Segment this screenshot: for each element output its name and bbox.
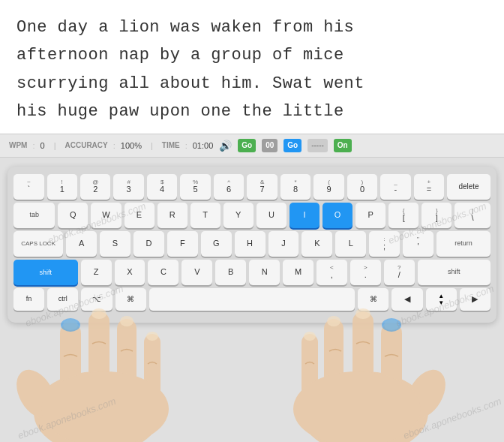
- key-5[interactable]: %5: [180, 174, 210, 200]
- key-bracket-open[interactable]: {[: [388, 203, 418, 228]
- key-2[interactable]: @2: [80, 174, 110, 200]
- key-a[interactable]: A: [66, 231, 97, 257]
- toggle-option3[interactable]: Go: [284, 139, 302, 152]
- key-row-asdf: CAPS LOCK A S D F G H J K L :; "' return: [14, 231, 490, 257]
- key-ctrl[interactable]: ctrl: [47, 288, 78, 311]
- key-space[interactable]: [149, 288, 356, 311]
- key-p[interactable]: P: [356, 203, 386, 228]
- key-s[interactable]: S: [100, 231, 130, 257]
- toggle-sound[interactable]: Go: [238, 139, 256, 152]
- svg-rect-17: [381, 323, 402, 398]
- key-l[interactable]: L: [335, 231, 366, 257]
- key-row-space: fn ctrl ⌥ ⌘ ⌘ ◀ ▲ ▼ ▶: [14, 288, 490, 311]
- key-backslash[interactable]: |\: [454, 203, 490, 228]
- key-semicolon[interactable]: :;: [369, 231, 400, 257]
- svg-point-6: [41, 371, 169, 442]
- stats-bar: WPM : 0 | ACCURACY : 100% | Time : 01:00…: [0, 134, 504, 158]
- key-alt[interactable]: ⌥: [81, 288, 112, 311]
- svg-point-13: [398, 362, 453, 425]
- typing-text: One day a lion was waken from his aftern…: [16, 14, 488, 126]
- key-7[interactable]: &7: [247, 174, 277, 200]
- key-arrow-up-down[interactable]: ▲ ▼: [426, 288, 457, 311]
- key-minus[interactable]: _-: [380, 174, 410, 200]
- key-quote[interactable]: "': [403, 231, 434, 257]
- watermark-5: ebook.aponebooks.com: [16, 395, 118, 440]
- svg-point-1: [8, 362, 63, 425]
- key-bracket-close[interactable]: }]: [422, 203, 452, 228]
- keyboard-container: ebook.aponebooks.com ebook.aponebooks.co…: [0, 158, 504, 442]
- accuracy-label: ACCURACY: [65, 141, 108, 149]
- key-shift-right[interactable]: shift: [418, 260, 490, 285]
- key-enter[interactable]: return: [436, 231, 490, 257]
- key-fn[interactable]: fn: [14, 288, 44, 311]
- key-slash[interactable]: ?/: [384, 260, 415, 285]
- key-1[interactable]: !1: [47, 174, 77, 200]
- key-cmd-right[interactable]: ⌘: [358, 288, 388, 311]
- text-line-4: his huge paw upon one the little: [16, 98, 488, 125]
- time-value: 01:00: [193, 141, 214, 150]
- key-3[interactable]: #3: [113, 174, 143, 200]
- accuracy-stat: ACCURACY : 100%: [65, 141, 142, 150]
- key-z[interactable]: Z: [81, 260, 112, 285]
- key-tab[interactable]: tab: [14, 203, 55, 228]
- key-b[interactable]: B: [215, 260, 246, 285]
- key-arrow-left[interactable]: ◀: [392, 288, 422, 311]
- typing-area: One day a lion was waken from his aftern…: [0, 0, 504, 134]
- key-q[interactable]: Q: [58, 203, 88, 228]
- text-line-3: scurrying all about him. Swat went: [16, 70, 488, 98]
- svg-point-19: [304, 332, 316, 341]
- key-capslock[interactable]: CAPS LOCK: [14, 231, 63, 257]
- watermark-6: ebook.aponebooks.com: [402, 395, 503, 440]
- key-8[interactable]: *8: [280, 174, 310, 200]
- svg-point-18: [293, 371, 421, 442]
- key-backspace[interactable]: delete: [447, 174, 490, 200]
- text-line-2: afternoon nap by a group of mice: [16, 41, 488, 69]
- toggle-label[interactable]: -----: [308, 139, 328, 152]
- svg-rect-16: [352, 311, 374, 398]
- key-g[interactable]: G: [201, 231, 232, 257]
- volume-icon[interactable]: 🔊: [219, 140, 232, 152]
- key-row-numbers: ~` !1 @2 #3 $4 %5 ^6 &7 *8 (9 )0 _- += d…: [14, 174, 490, 200]
- key-4[interactable]: $4: [147, 174, 177, 200]
- key-6[interactable]: ^6: [214, 174, 244, 200]
- key-r[interactable]: R: [158, 203, 188, 228]
- toggle-option2[interactable]: 00: [262, 139, 278, 152]
- key-m[interactable]: M: [283, 260, 314, 285]
- svg-rect-4: [117, 319, 136, 401]
- svg-point-0: [34, 371, 161, 442]
- key-arrow-right[interactable]: ▶: [460, 288, 490, 311]
- key-x[interactable]: X: [115, 260, 146, 285]
- key-equals[interactable]: +=: [414, 174, 444, 200]
- svg-rect-3: [88, 311, 110, 398]
- key-i[interactable]: I: [290, 203, 320, 228]
- key-y[interactable]: Y: [224, 203, 254, 228]
- key-d[interactable]: D: [134, 231, 164, 257]
- key-c[interactable]: C: [148, 260, 178, 285]
- key-v[interactable]: V: [182, 260, 212, 285]
- key-n[interactable]: N: [249, 260, 280, 285]
- accuracy-value: 100%: [121, 141, 142, 150]
- key-e[interactable]: E: [124, 203, 154, 228]
- key-shift-left[interactable]: shift: [14, 260, 78, 285]
- key-0[interactable]: )0: [347, 174, 377, 200]
- key-comma[interactable]: <,: [316, 260, 347, 285]
- key-k[interactable]: K: [302, 231, 332, 257]
- key-u[interactable]: U: [256, 203, 286, 228]
- key-period[interactable]: >.: [350, 260, 381, 285]
- text-line-1: One day a lion was waken from his: [16, 14, 488, 41]
- key-f[interactable]: F: [167, 231, 198, 257]
- key-h[interactable]: H: [235, 231, 266, 257]
- key-t[interactable]: T: [190, 203, 220, 228]
- key-o[interactable]: O: [322, 203, 352, 228]
- toggle-on[interactable]: On: [334, 139, 352, 152]
- time-stat: Time : 01:00: [162, 141, 213, 150]
- key-cmd-left[interactable]: ⌘: [116, 288, 146, 311]
- key-j[interactable]: J: [268, 231, 299, 257]
- key-w[interactable]: W: [91, 203, 121, 228]
- key-9[interactable]: (9: [314, 174, 344, 200]
- svg-rect-15: [324, 319, 344, 401]
- wpm-label: WPM: [9, 141, 27, 149]
- svg-rect-5: [144, 334, 160, 401]
- svg-point-12: [301, 371, 428, 442]
- key-backtick[interactable]: ~`: [14, 174, 44, 200]
